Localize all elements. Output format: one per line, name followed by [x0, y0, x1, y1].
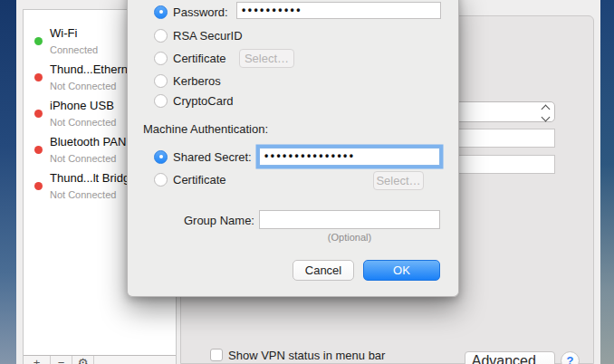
- status-dot-disconnected-icon: [34, 146, 43, 154]
- status-dot-disconnected-icon: [34, 73, 43, 81]
- radio-icon[interactable]: [154, 173, 168, 187]
- service-row-thunderbolt-bridge[interactable]: Thund...lt Bridg Not Connected: [34, 169, 130, 202]
- service-name: Thund...lt Bridg: [50, 171, 130, 185]
- status-dot-disconnected-icon: [34, 110, 43, 118]
- radio-icon[interactable]: [154, 29, 168, 43]
- auth-option-kerberos[interactable]: Kerberos: [154, 72, 221, 90]
- service-row-iphone-usb[interactable]: iPhone USB 2) Not Connected: [34, 97, 116, 129]
- group-name-optional-hint: (Optional): [259, 232, 440, 243]
- radio-icon[interactable]: [154, 94, 168, 108]
- service-name: Thund...Ethernet: [50, 62, 138, 76]
- status-dot-connected-icon: [34, 37, 43, 45]
- ok-button[interactable]: OK: [363, 260, 440, 281]
- auth-option-password[interactable]: Password:: [154, 3, 228, 21]
- cancel-button[interactable]: Cancel: [293, 260, 354, 281]
- radio-label: Password:: [173, 5, 228, 19]
- radio-label: CryptoCard: [173, 94, 233, 108]
- group-name-label: Group Name:: [164, 214, 254, 227]
- auth-option-rsa-securid[interactable]: RSA SecurID: [154, 26, 243, 44]
- desktop-background-left: [0, 0, 16, 364]
- machine-auth-option-shared-secret[interactable]: Shared Secret:: [154, 148, 252, 166]
- radio-label: RSA SecurID: [173, 29, 243, 43]
- remove-service-button[interactable]: −: [51, 356, 72, 364]
- service-name: iPhone USB: [50, 99, 114, 112]
- auth-option-cryptocard[interactable]: CryptoCard: [154, 91, 233, 110]
- select-certificate-button: Select…: [239, 49, 294, 68]
- radio-label: Certificate: [173, 52, 226, 65]
- auth-option-certificate[interactable]: Certificate: [154, 49, 226, 67]
- service-status: Not Connected: [50, 189, 116, 200]
- service-status: Not Connected: [50, 81, 116, 91]
- service-row-wifi[interactable]: Wi-Fi Connected: [34, 24, 98, 57]
- select-machine-certificate-button: Select…: [373, 171, 424, 190]
- radio-selected-icon[interactable]: [154, 5, 168, 19]
- service-status: Connected: [50, 44, 98, 55]
- service-name: Wi-Fi: [50, 26, 77, 40]
- password-dots: ••••••••••: [237, 3, 440, 18]
- add-service-button[interactable]: +: [24, 356, 51, 364]
- service-action-gear-button[interactable]: ⚙: [72, 356, 94, 364]
- radio-label: Certificate: [173, 173, 226, 187]
- service-row-thunderbolt-ethernet[interactable]: Thund...Ethernet Not Connected: [34, 61, 138, 93]
- show-vpn-status-label: Show VPN status in menu bar: [228, 349, 385, 362]
- status-dot-disconnected-icon: [34, 182, 43, 190]
- radio-selected-icon[interactable]: [154, 150, 168, 164]
- machine-auth-option-certificate[interactable]: Certificate: [154, 170, 226, 188]
- services-list-toolbar: + − ⚙: [24, 355, 176, 364]
- service-name: Bluetooth PAN: [50, 135, 126, 148]
- desktop-background-right: [600, 0, 614, 364]
- radio-icon[interactable]: [154, 74, 168, 88]
- service-status: Not Connected: [50, 153, 116, 164]
- radio-label: Shared Secret:: [173, 150, 252, 164]
- service-status: Not Connected: [50, 117, 116, 128]
- radio-icon[interactable]: [154, 52, 168, 65]
- password-field[interactable]: ••••••••••: [236, 2, 441, 19]
- service-row-bluetooth-pan[interactable]: Bluetooth PAN Not Connected: [34, 133, 126, 166]
- radio-label: Kerberos: [173, 74, 221, 88]
- help-button[interactable]: ?: [561, 351, 580, 364]
- vpn-authentication-sheet: Password: •••••••••• RSA SecurID Certifi…: [127, 0, 459, 297]
- machine-authentication-heading: Machine Authentication:: [143, 122, 268, 136]
- show-vpn-status-checkbox[interactable]: [210, 349, 223, 361]
- popup-stepper-icon: [542, 106, 549, 120]
- shared-secret-field[interactable]: •••••••••••••••: [259, 148, 440, 166]
- advanced-button[interactable]: Advanced...: [465, 351, 555, 364]
- group-name-field[interactable]: [259, 210, 440, 229]
- shared-secret-dots: •••••••••••••••: [260, 148, 439, 164]
